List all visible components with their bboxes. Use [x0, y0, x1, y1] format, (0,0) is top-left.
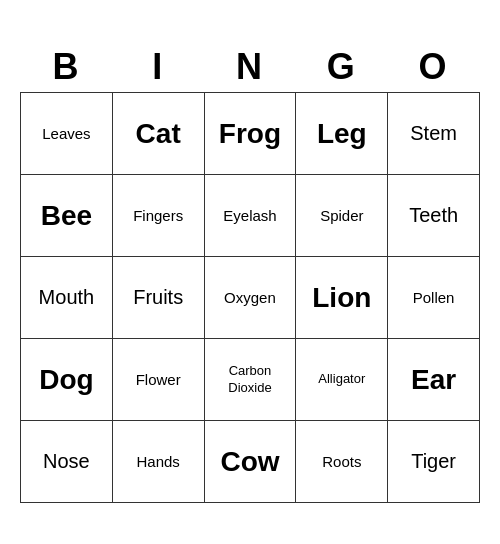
bingo-row-4: NoseHandsCowRootsTiger	[21, 421, 480, 503]
bingo-cell-2-4: Pollen	[388, 257, 480, 339]
header-letter-o: O	[388, 41, 480, 93]
bingo-cell-2-2: Oxygen	[204, 257, 296, 339]
header-letter-g: G	[296, 41, 388, 93]
bingo-cell-2-0: Mouth	[21, 257, 113, 339]
bingo-cell-3-1: Flower	[112, 339, 204, 421]
bingo-cell-4-1: Hands	[112, 421, 204, 503]
bingo-cell-2-3: Lion	[296, 257, 388, 339]
bingo-cell-0-0: Leaves	[21, 93, 113, 175]
bingo-card: BINGO LeavesCatFrogLegStemBeeFingersEyel…	[20, 41, 480, 504]
bingo-cell-0-3: Leg	[296, 93, 388, 175]
bingo-cell-0-4: Stem	[388, 93, 480, 175]
bingo-row-1: BeeFingersEyelashSpiderTeeth	[21, 175, 480, 257]
bingo-cell-4-0: Nose	[21, 421, 113, 503]
bingo-cell-0-2: Frog	[204, 93, 296, 175]
bingo-cell-2-1: Fruits	[112, 257, 204, 339]
bingo-cell-1-0: Bee	[21, 175, 113, 257]
bingo-cell-3-0: Dog	[21, 339, 113, 421]
bingo-cell-4-4: Tiger	[388, 421, 480, 503]
bingo-row-2: MouthFruitsOxygenLionPollen	[21, 257, 480, 339]
header-letter-i: I	[112, 41, 204, 93]
bingo-cell-0-1: Cat	[112, 93, 204, 175]
bingo-cell-1-2: Eyelash	[204, 175, 296, 257]
bingo-cell-1-4: Teeth	[388, 175, 480, 257]
bingo-cell-3-2: CarbonDioxide	[204, 339, 296, 421]
header-row: BINGO	[21, 41, 480, 93]
header-letter-n: N	[204, 41, 296, 93]
bingo-row-3: DogFlowerCarbonDioxideAlligatorEar	[21, 339, 480, 421]
bingo-cell-3-4: Ear	[388, 339, 480, 421]
bingo-cell-3-3: Alligator	[296, 339, 388, 421]
header-letter-b: B	[21, 41, 113, 93]
bingo-cell-1-3: Spider	[296, 175, 388, 257]
bingo-row-0: LeavesCatFrogLegStem	[21, 93, 480, 175]
bingo-cell-4-2: Cow	[204, 421, 296, 503]
bingo-cell-1-1: Fingers	[112, 175, 204, 257]
bingo-cell-4-3: Roots	[296, 421, 388, 503]
